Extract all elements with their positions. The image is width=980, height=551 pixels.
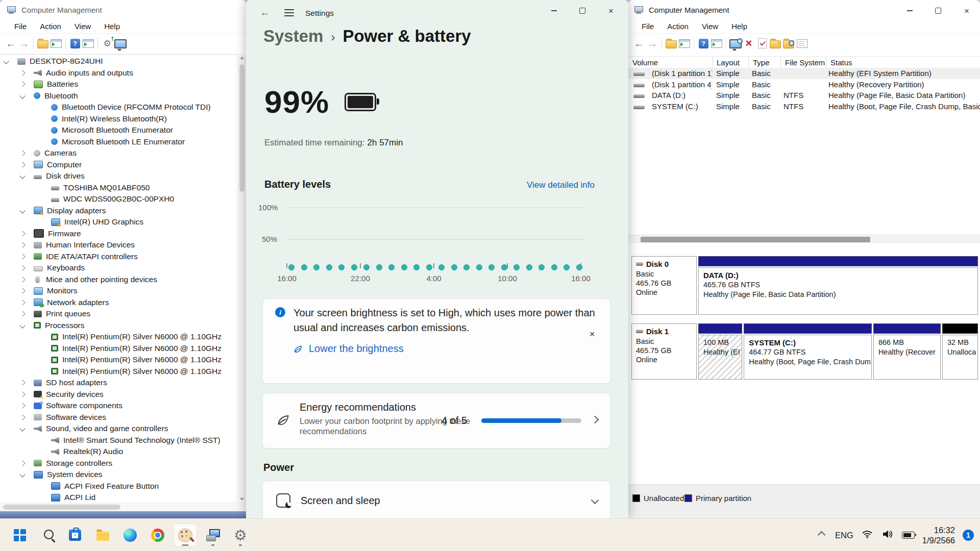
- tree-item[interactable]: Network adapters: [0, 297, 238, 309]
- tree-item[interactable]: System devices: [0, 469, 238, 481]
- toolbar-icon[interactable]: [4, 37, 17, 50]
- partition[interactable]: SYSTEM (C:) 464.77 GB NTFS Healthy (Boot…: [744, 323, 872, 380]
- titlebar[interactable]: Computer Management: [0, 0, 246, 19]
- toolbar-icon[interactable]: [678, 37, 691, 50]
- tree-item[interactable]: Display adapters: [0, 205, 238, 217]
- taskbar-app[interactable]: [118, 523, 142, 547]
- table-row[interactable]: SYSTEM (C:) Simple Basic NTFS Healthy (B…: [628, 101, 980, 112]
- toolbar-icon[interactable]: [17, 37, 31, 50]
- tree-expander[interactable]: [20, 381, 34, 385]
- breadcrumb-system[interactable]: System: [263, 27, 323, 46]
- taskbar-app[interactable]: [229, 523, 252, 547]
- tree-item[interactable]: Security devices: [0, 389, 238, 400]
- tree-item[interactable]: Mice and other pointing devices: [0, 274, 238, 286]
- tree-item[interactable]: Keyboards: [0, 262, 238, 274]
- tree-expander[interactable]: [38, 346, 51, 350]
- tree-item[interactable]: Processors: [0, 320, 238, 332]
- table-row[interactable]: DATA (D:) Simple Basic NTFS Healthy (Pag…: [628, 90, 980, 101]
- tree-item[interactable]: Firmware: [0, 228, 238, 240]
- menu-item[interactable]: View: [695, 20, 725, 32]
- toolbar-icon[interactable]: [710, 37, 723, 50]
- tree-expander[interactable]: [38, 358, 51, 362]
- tree-item[interactable]: Storage controllers: [0, 458, 238, 469]
- tree-expander[interactable]: [38, 220, 51, 224]
- tree-item[interactable]: Microsoft Bluetooth Enumerator: [0, 124, 238, 136]
- tree-item[interactable]: ACPI Lid: [0, 492, 238, 503]
- toolbar-icon[interactable]: [50, 37, 63, 50]
- toolbar-icon[interactable]: [101, 37, 114, 50]
- tree-item[interactable]: TOSHIBA MQ01ABF050: [0, 182, 238, 194]
- toolbar-icon[interactable]: [68, 37, 82, 50]
- toolbar-icon[interactable]: [114, 37, 127, 50]
- tree-horizontal-scrollbar[interactable]: [0, 503, 246, 511]
- column-header-layout[interactable]: Layout: [713, 57, 749, 68]
- tree-item[interactable]: Intel(R) Pentium(R) Silver N6000 @ 1.10G…: [0, 354, 238, 366]
- toolbar-icon[interactable]: [795, 37, 808, 50]
- tree-expander[interactable]: [20, 71, 34, 75]
- taskbar-app[interactable]: [146, 523, 169, 547]
- tree-expander[interactable]: [38, 106, 51, 109]
- tree-expander[interactable]: [20, 82, 34, 86]
- tree-expander[interactable]: [20, 232, 34, 236]
- toolbar-icon[interactable]: [646, 37, 659, 50]
- minimize-button[interactable]: [540, 0, 568, 21]
- tree-item[interactable]: Intel® Smart Sound Technology (Intel® SS…: [0, 435, 238, 446]
- tree-item[interactable]: Intel(R) Wireless Bluetooth(R): [0, 113, 238, 125]
- taskbar-app[interactable]: [63, 523, 87, 547]
- tree-expander[interactable]: [38, 186, 51, 189]
- partition[interactable]: 866 MB Healthy (Recover: [873, 323, 941, 380]
- scrollbar-thumb[interactable]: [641, 237, 870, 242]
- tree-expander[interactable]: [38, 197, 51, 201]
- tree-expander[interactable]: [4, 59, 17, 63]
- toolbar-icon[interactable]: [729, 37, 742, 50]
- disk-1-label[interactable]: Disk 1 Basic 465.75 GB Online: [631, 323, 697, 380]
- taskbar-app[interactable]: [36, 523, 59, 547]
- table-row[interactable]: (Disk 1 partition 4) Simple Basic Health…: [628, 79, 980, 90]
- tree-vertical-scrollbar[interactable]: [237, 54, 246, 503]
- close-button[interactable]: ×: [952, 0, 980, 21]
- tree-item[interactable]: Microsoft Bluetooth LE Enumerator: [0, 136, 238, 148]
- tree-expander[interactable]: [20, 174, 34, 178]
- battery-tray-icon[interactable]: [902, 532, 915, 539]
- menu-item[interactable]: Action: [660, 20, 695, 32]
- tree-item[interactable]: Human Interface Devices: [0, 239, 238, 251]
- tree-item[interactable]: Sound, video and game controllers: [0, 423, 238, 435]
- tree-expander[interactable]: [20, 243, 34, 247]
- tree-item[interactable]: Intel(R) Pentium(R) Silver N6000 @ 1.10G…: [0, 366, 238, 378]
- tree-expander[interactable]: [38, 438, 51, 442]
- minimize-button[interactable]: [895, 0, 924, 21]
- tree-expander[interactable]: [20, 163, 34, 167]
- tree-expander[interactable]: [20, 289, 34, 293]
- toolbar-icon[interactable]: [632, 37, 646, 50]
- toolbar-icon[interactable]: [665, 37, 678, 50]
- tree-item[interactable]: Bluetooth Device (RFCOMM Protocol TDI): [0, 102, 238, 113]
- notice-close-button[interactable]: ×: [584, 327, 600, 342]
- column-header-filesystem[interactable]: File System: [781, 57, 826, 68]
- tree-item[interactable]: Disk drives: [0, 170, 238, 182]
- tree-item[interactable]: Batteries: [0, 79, 238, 90]
- tray-overflow-button[interactable]: [816, 528, 827, 543]
- tree-item[interactable]: WDC WDS500G2B0C-00PXH0: [0, 193, 238, 205]
- lower-brightness-link[interactable]: Lower the brightness: [292, 343, 404, 355]
- view-detailed-info-link[interactable]: View detailed info: [527, 180, 595, 190]
- maximize-button[interactable]: [924, 0, 952, 21]
- toolbar-icon[interactable]: [742, 37, 755, 50]
- partition[interactable]: 100 MB Healthy (EI: [698, 323, 742, 380]
- screen-and-sleep-card[interactable]: Screen and sleep: [262, 481, 610, 519]
- disk-0-label[interactable]: Disk 0 Basic 465.76 GB Online: [631, 256, 697, 315]
- tree-expander[interactable]: [38, 369, 51, 373]
- tree-expander[interactable]: [20, 151, 34, 155]
- tree-expander[interactable]: [20, 392, 34, 396]
- tree-expander[interactable]: [20, 266, 34, 270]
- tree-expander[interactable]: [38, 335, 51, 339]
- tree-expander[interactable]: [20, 278, 34, 282]
- tree-expander[interactable]: [20, 300, 34, 305]
- table-row[interactable]: (Disk 1 partition 1) Simple Basic Health…: [628, 68, 980, 79]
- menu-item[interactable]: File: [635, 20, 660, 32]
- toolbar-icon[interactable]: [782, 37, 795, 50]
- toolbar-icon[interactable]: [769, 37, 782, 50]
- tree-expander[interactable]: [38, 496, 51, 499]
- tree-item[interactable]: Intel(R) UHD Graphics: [0, 216, 238, 228]
- scrollbar-thumb[interactable]: [239, 64, 244, 192]
- tree-expander[interactable]: [20, 415, 34, 419]
